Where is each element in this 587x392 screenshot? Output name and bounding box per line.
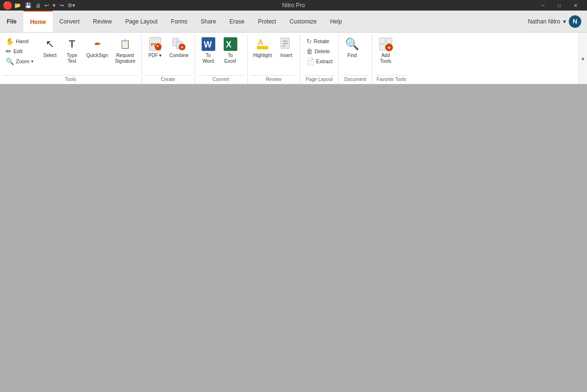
- ribbon-group-convert: W ToWord X ToExcel Convert: [195, 35, 248, 84]
- add-tools-label: AddTools: [380, 53, 391, 64]
- app-title: Nitro Pro: [282, 2, 305, 9]
- add-tools-icon: +: [378, 36, 393, 52]
- find-icon: 🔍: [345, 36, 360, 52]
- request-signature-label: RequestSignature: [115, 53, 136, 64]
- help-tab[interactable]: Help: [323, 11, 349, 32]
- highlight-button[interactable]: A Highlight: [251, 35, 275, 60]
- review-tab[interactable]: Review: [86, 11, 118, 32]
- user-menu[interactable]: Nathan Nitro ▾ N: [522, 11, 587, 32]
- menu-bar: File Home Convert Review Page Layout For…: [0, 11, 587, 33]
- file-menu[interactable]: File: [0, 11, 23, 32]
- ribbon: ✋ Hand ✏ Edit 🔍 Zoom ▾ ↖ Select: [0, 33, 587, 84]
- view-tools-col: ✋ Hand ✏ Edit 🔍 Zoom ▾: [3, 35, 36, 66]
- edit-button[interactable]: ✏ Edit: [3, 46, 36, 56]
- zoom-button[interactable]: 🔍 Zoom ▾: [3, 57, 36, 66]
- document-group-label: Document: [342, 75, 369, 84]
- document-content: 🔍 Find: [342, 35, 369, 75]
- extract-label: Extract: [316, 58, 333, 64]
- redo-button[interactable]: ↪: [58, 2, 65, 9]
- erase-tab[interactable]: Erase: [223, 11, 251, 32]
- page-layout-buttons: ↻ Rotate 🗑 Delete 📄 Extract: [303, 35, 335, 66]
- request-signature-icon: 📋: [117, 36, 133, 52]
- customize-quick-access[interactable]: ⚙▾: [67, 2, 76, 9]
- quicksign-button[interactable]: ✒ QuickSign: [83, 35, 111, 60]
- ribbon-scroll-button[interactable]: ▲: [578, 33, 587, 84]
- customize-tab[interactable]: Customize: [283, 11, 323, 32]
- type-text-button[interactable]: T TypeText: [61, 35, 82, 66]
- insert-button[interactable]: Insert: [276, 35, 297, 60]
- to-excel-icon: X: [223, 36, 238, 52]
- ribbon-group-create: PDF * PDF ▾ + Combine: [142, 35, 195, 84]
- app-logo: 🔴: [4, 1, 12, 9]
- print-button[interactable]: 🖨: [35, 2, 42, 8]
- user-name: Nathan Nitro: [528, 18, 560, 25]
- tools-content: ✋ Hand ✏ Edit 🔍 Zoom ▾ ↖ Select: [3, 35, 138, 75]
- combine-button[interactable]: + Combine: [167, 35, 192, 60]
- titlebar-right: ─ □ ✕: [535, 0, 583, 11]
- to-excel-button[interactable]: X ToExcel: [220, 35, 241, 66]
- page-layout-tab[interactable]: Page Layout: [118, 11, 164, 32]
- svg-rect-12: [257, 46, 268, 49]
- ribbon-group-review: A Highlight Insert Review: [248, 35, 300, 84]
- favorite-tools-content: + AddTools: [375, 35, 408, 75]
- type-text-icon: T: [64, 36, 80, 52]
- save-button[interactable]: 💾: [24, 2, 33, 9]
- select-icon: ↖: [42, 36, 58, 52]
- to-word-button[interactable]: W ToWord: [198, 35, 219, 66]
- review-group-label: Review: [251, 75, 297, 84]
- pdf-button[interactable]: PDF * PDF ▾: [145, 35, 166, 60]
- request-signature-button[interactable]: 📋 RequestSignature: [112, 35, 138, 66]
- edit-label: Edit: [13, 48, 23, 54]
- ribbon-group-document: 🔍 Find Document: [339, 35, 372, 84]
- hand-button[interactable]: ✋ Hand: [3, 36, 36, 46]
- quicksign-label: QuickSign: [86, 53, 108, 58]
- svg-text:+: +: [387, 45, 391, 51]
- forms-tab[interactable]: Forms: [164, 11, 194, 32]
- svg-text:A: A: [258, 38, 264, 46]
- hand-label: Hand: [16, 38, 28, 44]
- combine-label: Combine: [170, 53, 189, 58]
- find-label: Find: [347, 53, 357, 58]
- undo-dropdown[interactable]: ▾: [52, 2, 57, 9]
- pdf-label: PDF ▾: [149, 53, 162, 58]
- rotate-button[interactable]: ↻ Rotate: [303, 36, 335, 46]
- add-tools-button[interactable]: + AddTools: [375, 35, 396, 66]
- svg-text:W: W: [204, 40, 212, 49]
- ribbon-group-tools: ✋ Hand ✏ Edit 🔍 Zoom ▾ ↖ Select: [0, 35, 142, 84]
- svg-text:+: +: [181, 45, 184, 50]
- delete-button[interactable]: 🗑 Delete: [303, 46, 335, 56]
- rotate-icon: ↻: [306, 37, 312, 45]
- title-bar: 🔴 📂 💾 🖨 ↩ ▾ ↪ ⚙▾ Nitro Pro ─ □ ✕: [0, 0, 587, 11]
- maximize-button[interactable]: □: [552, 0, 567, 11]
- quicksign-icon: ✒: [90, 36, 105, 52]
- undo-button[interactable]: ↩: [44, 2, 50, 9]
- open-button[interactable]: 📂: [13, 2, 22, 9]
- svg-rect-20: [380, 45, 385, 50]
- to-word-label: ToWord: [203, 53, 214, 64]
- to-excel-label: ToExcel: [224, 53, 236, 64]
- zoom-label: Zoom: [16, 58, 29, 64]
- find-button[interactable]: 🔍 Find: [342, 35, 363, 60]
- tools-group-label: Tools: [3, 75, 138, 84]
- convert-tab[interactable]: Convert: [53, 11, 86, 32]
- highlight-icon: A: [255, 36, 270, 52]
- svg-rect-18: [380, 38, 385, 44]
- create-content: PDF * PDF ▾ + Combine: [145, 35, 192, 75]
- document-area: [0, 84, 587, 392]
- page-layout-group-label: Page Layout: [303, 75, 335, 84]
- avatar: N: [569, 15, 581, 28]
- combine-icon: +: [172, 36, 187, 52]
- delete-label: Delete: [315, 48, 330, 54]
- home-tab[interactable]: Home: [23, 11, 53, 32]
- edit-icon: ✏: [6, 47, 12, 55]
- close-button[interactable]: ✕: [568, 0, 583, 11]
- svg-rect-19: [386, 38, 392, 44]
- protect-tab[interactable]: Protect: [251, 11, 283, 32]
- minimize-button[interactable]: ─: [535, 0, 551, 11]
- ribbon-group-favorite-tools: + AddTools Favorite Tools: [372, 35, 411, 84]
- extract-button[interactable]: 📄 Extract: [303, 57, 335, 66]
- to-word-icon: W: [201, 36, 216, 52]
- share-tab[interactable]: Share: [194, 11, 223, 32]
- select-button[interactable]: ↖ Select: [39, 35, 60, 60]
- convert-content: W ToWord X ToExcel: [198, 35, 244, 75]
